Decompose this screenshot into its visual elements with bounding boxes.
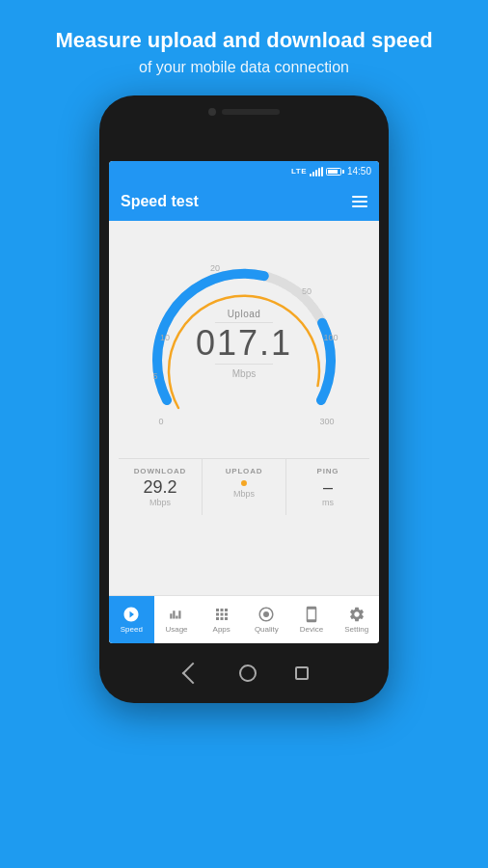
header-subtitle: of your mobile data connection bbox=[55, 59, 432, 76]
phone-nav-buttons bbox=[99, 643, 389, 703]
speed-reading: Upload 017.1 Mbps bbox=[196, 309, 292, 379]
upload-indicator bbox=[241, 480, 247, 486]
signal-icon bbox=[310, 167, 323, 176]
tab-quality[interactable]: Quality bbox=[244, 596, 289, 643]
stat-ping: PING – ms bbox=[286, 459, 369, 516]
ping-header: PING bbox=[317, 467, 339, 475]
phone-screen: LTE 14:50 Speed test bbox=[109, 161, 379, 643]
app-title: Speed test bbox=[121, 193, 199, 210]
clock: 14:50 bbox=[347, 166, 371, 176]
svg-text:300: 300 bbox=[319, 417, 334, 426]
tab-apps-label: Apps bbox=[213, 625, 230, 634]
quality-icon bbox=[258, 606, 275, 623]
back-button[interactable] bbox=[182, 662, 204, 684]
menu-button[interactable] bbox=[352, 196, 367, 207]
header-title: Measure upload and download speed bbox=[55, 27, 432, 55]
phone-device: LTE 14:50 Speed test bbox=[99, 95, 389, 703]
svg-text:50: 50 bbox=[302, 286, 312, 296]
svg-text:5: 5 bbox=[152, 371, 157, 381]
tab-usage-label: Usage bbox=[165, 625, 187, 634]
lte-icon: LTE bbox=[291, 167, 307, 176]
download-value: 29.2 bbox=[143, 478, 176, 498]
stats-row: DOWNLOAD 29.2 Mbps UPLOAD Mbps PING – ms bbox=[119, 458, 369, 516]
svg-text:0: 0 bbox=[158, 417, 163, 426]
ping-unit: ms bbox=[322, 498, 334, 507]
svg-point-7 bbox=[263, 611, 269, 617]
usage-icon bbox=[168, 606, 185, 623]
phone-shell: LTE 14:50 Speed test bbox=[99, 95, 389, 703]
upload-label: Upload bbox=[196, 309, 292, 319]
status-bar: LTE 14:50 bbox=[109, 161, 379, 182]
svg-text:100: 100 bbox=[323, 333, 338, 342]
tab-device-label: Device bbox=[300, 625, 323, 634]
tab-speed[interactable]: Speed bbox=[109, 596, 154, 643]
tab-bar: Speed Usage Apps bbox=[109, 595, 379, 643]
tab-speed-label: Speed bbox=[121, 625, 143, 634]
speaker bbox=[222, 109, 280, 115]
battery-icon bbox=[326, 168, 341, 176]
stat-upload: UPLOAD Mbps bbox=[203, 459, 286, 516]
speed-icon bbox=[122, 606, 140, 623]
home-button[interactable] bbox=[239, 665, 257, 682]
tab-usage[interactable]: Usage bbox=[154, 596, 200, 643]
upload-unit: Mbps bbox=[233, 489, 255, 499]
device-icon bbox=[303, 606, 320, 623]
download-header: DOWNLOAD bbox=[134, 467, 186, 475]
ping-value: – bbox=[323, 478, 333, 498]
speed-unit: Mbps bbox=[196, 368, 292, 379]
tab-device[interactable]: Device bbox=[289, 596, 335, 643]
tab-settings-label: Setting bbox=[344, 625, 368, 634]
recents-button[interactable] bbox=[295, 666, 309, 680]
apps-icon bbox=[213, 606, 230, 623]
stat-download: DOWNLOAD 29.2 Mbps bbox=[119, 459, 203, 516]
status-icons: LTE 14:50 bbox=[291, 166, 371, 176]
download-unit: Mbps bbox=[149, 498, 171, 507]
main-content: 0 5 10 20 50 100 300 bbox=[109, 221, 379, 595]
svg-text:20: 20 bbox=[210, 263, 220, 273]
svg-text:10: 10 bbox=[160, 333, 170, 342]
tab-settings[interactable]: Setting bbox=[334, 596, 379, 643]
phone-top-hardware bbox=[186, 105, 302, 119]
speedometer: 0 5 10 20 50 100 300 bbox=[138, 236, 350, 448]
header-section: Measure upload and download speed of you… bbox=[26, 0, 461, 95]
upload-stat-header: UPLOAD bbox=[226, 467, 263, 475]
camera bbox=[208, 108, 216, 116]
speed-value: 017.1 bbox=[196, 326, 292, 361]
settings-icon bbox=[348, 606, 366, 623]
app-bar: Speed test bbox=[109, 182, 379, 221]
tab-apps[interactable]: Apps bbox=[199, 596, 244, 643]
tab-quality-label: Quality bbox=[255, 625, 279, 634]
